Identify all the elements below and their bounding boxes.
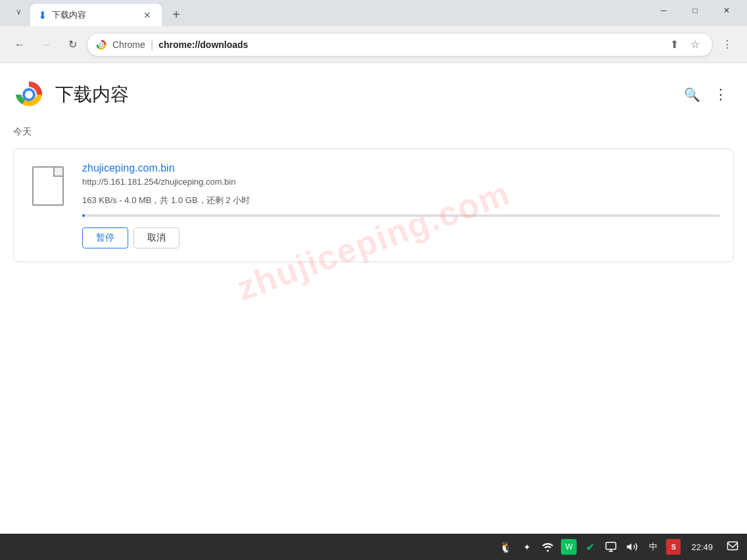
tray-ime-icon[interactable]: 中 — [645, 539, 661, 555]
more-icon: ⋮ — [713, 86, 728, 103]
page-title: 下载内容 — [55, 82, 129, 107]
more-options-button[interactable]: ⋮ — [708, 82, 734, 108]
maximize-button[interactable]: □ — [680, 0, 710, 21]
download-info: zhujiceping.com.bin http://5.161.181.254… — [82, 162, 720, 248]
progress-bar-fill — [82, 214, 85, 217]
taskbar: 🐧 ✦ W ✔ 中 S 22:49 — [0, 534, 747, 560]
search-icon: 🔍 — [684, 87, 700, 103]
file-icon — [32, 166, 64, 206]
svg-rect-12 — [728, 542, 738, 550]
tray-check-icon[interactable]: ✔ — [582, 539, 598, 555]
address-text: Chrome | chrome://downloads — [112, 37, 660, 51]
taskbar-right: 🐧 ✦ W ✔ 中 S 22:49 — [498, 538, 742, 556]
download-filename[interactable]: zhujiceping.com.bin — [82, 162, 175, 174]
download-progress-text: 163 KB/s - 4.0 MB，共 1.0 GB，还剩 2 小时 — [82, 195, 720, 206]
chrome-favicon — [95, 39, 107, 51]
header-actions: 🔍 ⋮ — [679, 82, 734, 108]
downloads-title-area: 下载内容 — [13, 79, 129, 110]
tab-area: ∨ ⬇ 下载内容 ✕ + — [0, 0, 648, 26]
svg-point-2 — [100, 43, 103, 46]
tray-sound-icon[interactable] — [624, 539, 640, 555]
window-controls: ─ □ ✕ — [648, 0, 747, 26]
share-button[interactable]: ⬆ — [665, 35, 683, 54]
svg-point-6 — [25, 91, 33, 99]
tray-wifi-icon[interactable] — [540, 539, 556, 555]
system-clock[interactable]: 22:49 — [686, 542, 718, 552]
today-label: 今天 — [13, 121, 734, 149]
chrome-logo — [13, 79, 45, 110]
page-content: zhujiceping.com 下载内容 🔍 — [0, 63, 747, 534]
active-tab[interactable]: ⬇ 下载内容 ✕ — [30, 4, 162, 26]
notification-button[interactable] — [723, 538, 742, 556]
navigation-bar: ← → ↻ Chrome | chrome://downloads ⬆ ☆ — [0, 26, 747, 63]
tray-color-icon[interactable]: ✦ — [519, 539, 535, 555]
bookmark-button[interactable]: ☆ — [686, 35, 704, 54]
tab-chevron[interactable]: ∨ — [7, 0, 30, 24]
tab-title: 下载内容 — [52, 9, 135, 21]
tray-display-icon[interactable] — [603, 539, 619, 555]
progress-bar-container — [82, 214, 720, 217]
address-bar[interactable]: Chrome | chrome://downloads ⬆ ☆ — [87, 33, 713, 57]
svg-rect-8 — [606, 542, 616, 549]
title-bar: ∨ ⬇ 下载内容 ✕ + ─ □ ✕ — [0, 0, 747, 26]
tray-qq-icon[interactable]: 🐧 — [498, 539, 514, 555]
forward-button[interactable]: → — [34, 33, 58, 57]
svg-marker-11 — [627, 544, 632, 551]
tab-close-button[interactable]: ✕ — [141, 9, 154, 22]
close-button[interactable]: ✕ — [711, 0, 742, 21]
download-url: http://5.161.181.254/zhujiceping.com.bin — [82, 177, 720, 187]
refresh-button[interactable]: ↻ — [60, 33, 84, 57]
back-button[interactable]: ← — [8, 33, 32, 57]
cancel-button[interactable]: 取消 — [133, 227, 180, 248]
nav-right-actions: ⋮ — [715, 33, 739, 57]
downloads-header: 下载内容 🔍 ⋮ — [13, 63, 734, 121]
new-tab-button[interactable]: + — [167, 5, 185, 24]
minimize-button[interactable]: ─ — [648, 0, 679, 21]
tray-wechat-icon[interactable]: W — [561, 539, 577, 555]
download-actions: 暂停 取消 — [82, 227, 720, 248]
search-button[interactable]: 🔍 — [679, 82, 705, 108]
address-actions: ⬆ ☆ — [665, 35, 704, 54]
file-icon-area — [27, 162, 69, 210]
pause-button[interactable]: 暂停 — [82, 227, 128, 248]
download-card: zhujiceping.com.bin http://5.161.181.254… — [13, 149, 734, 262]
browser-menu-button[interactable]: ⋮ — [715, 33, 739, 57]
svg-point-7 — [547, 550, 549, 552]
tray-sougou-icon[interactable]: S — [666, 539, 681, 555]
download-tab-icon: ⬇ — [38, 9, 47, 22]
